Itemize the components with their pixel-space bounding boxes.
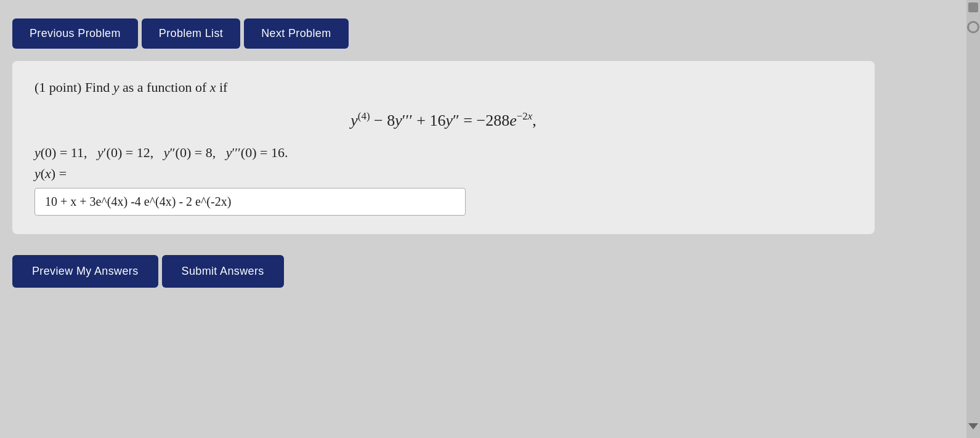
preview-answers-button[interactable]: Preview My Answers bbox=[12, 255, 158, 288]
initial-conditions: y(0) = 11, y′(0) = 12, y″(0) = 8, y′′′(0… bbox=[34, 145, 852, 161]
problem-box: (1 point) Find y as a function of x if y… bbox=[12, 61, 875, 234]
next-problem-button[interactable]: Next Problem bbox=[244, 18, 348, 49]
main-area: Previous Problem Problem List Next Probl… bbox=[0, 0, 966, 438]
scrollbar-track[interactable] bbox=[966, 0, 980, 438]
equation-display: y(4) − 8y′′′ + 16y″ = −288e−2x, bbox=[34, 110, 852, 130]
problem-list-button[interactable]: Problem List bbox=[142, 18, 240, 49]
answer-input-container bbox=[34, 188, 466, 216]
scrollbar-thumb[interactable] bbox=[968, 2, 978, 12]
submit-answers-button[interactable]: Submit Answers bbox=[162, 255, 284, 288]
scrollbar-circle-indicator bbox=[967, 21, 979, 33]
answer-input[interactable] bbox=[45, 195, 455, 209]
prev-problem-button[interactable]: Previous Problem bbox=[12, 18, 138, 49]
nav-buttons: Previous Problem Problem List Next Probl… bbox=[12, 18, 954, 49]
bottom-buttons: Preview My Answers Submit Answers bbox=[12, 255, 954, 288]
scrollbar-down-arrow[interactable] bbox=[968, 423, 978, 429]
answer-label: y(x) = bbox=[34, 166, 852, 182]
problem-statement: (1 point) Find y as a function of x if bbox=[34, 79, 852, 95]
